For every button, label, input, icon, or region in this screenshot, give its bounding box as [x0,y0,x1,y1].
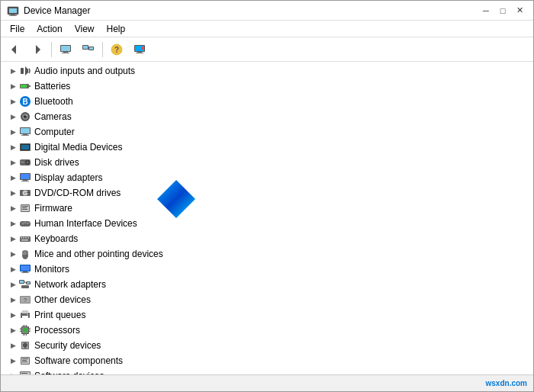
tree-label-keyboards: Keyboards [34,233,78,244]
tree-item-keyboards[interactable]: ▶ Keyboards [1,231,533,246]
expand-arrow-monitors[interactable]: ▶ [7,263,19,275]
tree-item-software-components[interactable]: ▶ Software components [1,353,533,368]
toolbar-separator-2 [102,42,103,57]
tree-item-software-devices[interactable]: ▶ Software devices [1,368,533,374]
tree-label-mice: Mice and other pointing devices [34,249,163,259]
tree-label-digital-media: Digital Media Devices [34,142,122,153]
back-button[interactable] [4,40,25,59]
menu-file[interactable]: File [4,22,31,36]
svg-rect-98 [26,325,27,326]
status-bar: wsxdn.com [1,374,533,391]
svg-rect-90 [20,328,21,329]
minimize-button[interactable]: ─ [478,3,494,18]
tree-label-processors: Processors [34,325,80,336]
svg-rect-106 [22,358,28,359]
tree-item-other[interactable]: ▶ ? Other devices [1,292,533,307]
processors-icon [19,324,31,336]
tree-item-hid[interactable]: ▶ Human Interface Devices [1,216,533,231]
expand-arrow-network[interactable]: ▶ [7,278,19,291]
tree-item-bluetooth[interactable]: ▶ B Bluetooth [1,94,533,109]
expand-arrow-bluetooth[interactable]: ▶ [7,95,19,108]
dvd-icon [19,187,31,199]
tree-item-mice[interactable]: ▶ Mice and other pointing devices [1,246,533,262]
menu-action[interactable]: Action [31,22,68,36]
svg-point-40 [27,162,28,163]
svg-point-59 [28,222,29,223]
svg-rect-64 [27,237,29,239]
expand-arrow-processors[interactable]: ▶ [7,324,19,336]
tree-item-display-adapters[interactable]: ▶ Display adapters [1,170,533,185]
firmware-icon [19,202,31,214]
tree-item-batteries[interactable]: ▶ Batteries [1,79,533,94]
tree-item-processors[interactable]: ▶ [1,323,533,338]
expand-arrow-audio[interactable]: ▶ [7,65,19,77]
close-button[interactable]: ✕ [512,3,527,18]
svg-rect-97 [24,325,25,326]
expand-arrow-disk-drives[interactable]: ▶ [7,156,19,169]
expand-arrow-display-adapters[interactable]: ▶ [7,172,19,184]
tree-item-print[interactable]: ▶ Print queues [1,307,533,323]
tree-item-firmware[interactable]: ▶ Firmware [1,201,533,216]
tree-item-digital-media[interactable]: ▶ Digital Media Devices [1,140,533,155]
tree-label-print: Print queues [34,310,85,320]
device-tree[interactable]: ▶ Audio inputs and outputs ▶ [1,62,533,374]
tree-label-hid: Human Interface Devices [34,218,137,229]
tree-item-monitors[interactable]: ▶ Monitors [1,262,533,277]
svg-rect-62 [23,237,24,239]
expand-arrow-security[interactable]: ▶ [7,339,19,352]
maximize-button[interactable]: □ [495,3,510,18]
svg-rect-23 [29,85,31,87]
svg-rect-95 [29,331,31,332]
tree-item-network[interactable]: ▶ Network adapters [1,277,533,292]
computer-icon [60,43,72,56]
expand-arrow-print[interactable]: ▶ [7,309,19,321]
expand-arrow-firmware[interactable]: ▶ [7,202,19,214]
other-icon: ? [19,294,31,306]
security-icon [19,339,31,352]
svg-point-57 [24,222,27,223]
tree-label-software-devices: Software devices [34,371,104,374]
network-computer-button[interactable] [78,40,99,59]
expand-arrow-digital-media[interactable]: ▶ [7,141,19,153]
tree-item-security[interactable]: ▶ Security devices [1,338,533,353]
expand-arrow-mice[interactable]: ▶ [7,248,19,260]
svg-text:?: ? [114,46,119,54]
tree-label-disk-drives: Disk drives [34,157,79,168]
tree-item-audio[interactable]: ▶ Audio inputs and outputs [1,63,533,79]
tree-label-network: Network adapters [34,279,106,290]
tree-item-computer[interactable]: ▶ Computer [1,124,533,140]
svg-rect-8 [63,52,68,53]
expand-arrow-other[interactable]: ▶ [7,294,19,306]
help-icon: ? [111,43,123,56]
monitor-icon [134,43,146,56]
tree-label-cameras: Cameras [34,111,72,122]
software-components-icon [19,355,31,367]
svg-text:B: B [22,98,27,106]
help-button[interactable]: ? [106,40,127,59]
forward-button[interactable] [27,40,48,59]
expand-arrow-hid[interactable]: ▶ [7,217,19,230]
tree-item-dvd[interactable]: ▶ DVD/CD-ROM drives [1,185,533,201]
computer-button[interactable] [55,40,76,59]
tree-item-cameras[interactable]: ▶ Cameras [1,109,533,124]
svg-rect-54 [22,209,27,210]
menu-help[interactable]: Help [101,22,132,36]
monitor-button[interactable] [129,40,150,59]
toolbar: ? [1,37,533,62]
menu-view[interactable]: View [69,22,101,36]
expand-arrow-batteries[interactable]: ▶ [7,80,19,92]
expand-arrow-computer[interactable]: ▶ [7,126,19,138]
tree-label-monitors: Monitors [34,264,69,275]
tree-label-computer: Computer [34,127,75,137]
monitors-icon [19,263,31,275]
svg-rect-41 [21,162,24,162]
expand-arrow-software-devices[interactable]: ▶ [7,370,19,374]
expand-arrow-dvd[interactable]: ▶ [7,187,19,199]
expand-arrow-software-components[interactable]: ▶ [7,355,19,367]
expand-arrow-keyboards[interactable]: ▶ [7,233,19,245]
svg-rect-45 [21,181,29,182]
svg-line-78 [24,282,26,284]
svg-point-48 [24,192,26,194]
tree-item-disk-drives[interactable]: ▶ Disk drives [1,155,533,170]
expand-arrow-cameras[interactable]: ▶ [7,111,19,123]
